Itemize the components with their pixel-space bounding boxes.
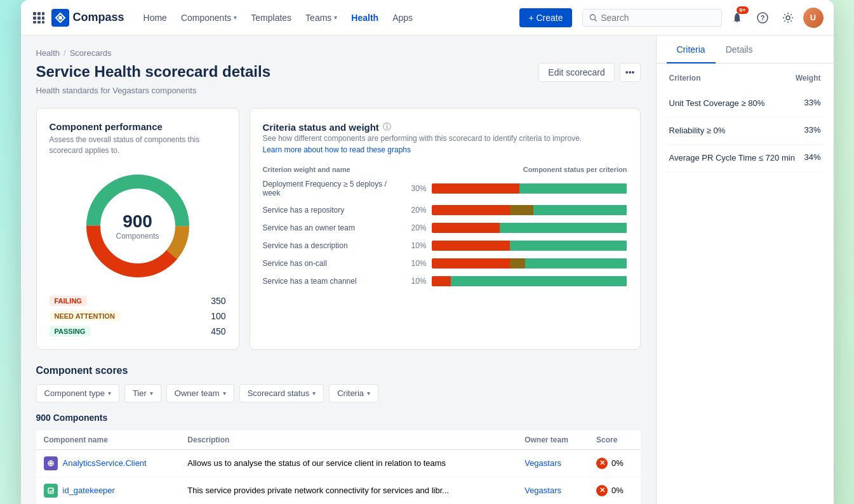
more-options-button[interactable]: ••• (620, 63, 641, 82)
team-link-row1[interactable]: Vegastars (524, 458, 561, 468)
logo[interactable]: Compass (51, 9, 124, 27)
criteria-learn-more-link[interactable]: Learn more about how to read these graph… (263, 145, 411, 154)
navbar: Compass Home Components ▾ Templates Team… (21, 0, 834, 36)
info-icon[interactable]: ⓘ (383, 121, 391, 133)
col-criterion-label: Criterion (669, 74, 701, 83)
bar-red-1 (432, 205, 510, 215)
perf-card-title: Component performance (50, 121, 226, 132)
bar-brown-1 (510, 205, 533, 215)
gear-icon (782, 12, 794, 23)
bar-label-5: Service has a team channel (263, 277, 403, 286)
nav-health[interactable]: Health (345, 9, 385, 27)
bar-brown-4 (510, 258, 526, 269)
help-button[interactable]: ? (752, 8, 773, 28)
bar-row-2: Service has an owner team 20% (263, 223, 627, 233)
row1-name-cell: AnalyticsService.Client (36, 449, 180, 477)
row2-desc: This service provides private network co… (180, 477, 517, 504)
table-header-row: Component name Description Owner team Sc… (36, 430, 641, 450)
comp-icon-row2 (44, 484, 58, 498)
passing-badge: PASSING (50, 326, 91, 336)
main-content: Health / Scorecards Service Health score… (21, 36, 656, 504)
right-panel: Criteria Details Criterion Weight Unit T… (656, 36, 834, 504)
bar-label-0: Deployment Frequency ≥ 5 deploys / week (263, 180, 403, 197)
col-owner-team: Owner team (517, 430, 589, 450)
search-container[interactable] (582, 9, 722, 27)
legend-attention: NEED ATTENTION 100 (50, 311, 226, 321)
performance-card: Component performance Assess the overall… (36, 108, 239, 350)
filter-owner-team[interactable]: Owner team ▾ (166, 384, 234, 402)
components-count: 900 Components (36, 413, 641, 423)
create-button[interactable]: + Create (519, 8, 571, 27)
criterion-weight-1: 33% (804, 125, 820, 135)
svg-rect-3 (33, 17, 36, 20)
bar-row-1: Service has a repository 20% (263, 205, 627, 215)
criterion-row-1: Reliability ≥ 0% 33% (667, 117, 824, 145)
breadcrumb: Health / Scorecards (36, 48, 641, 58)
nav-templates[interactable]: Templates (244, 9, 298, 27)
nav-teams[interactable]: Teams ▾ (299, 9, 344, 27)
team-link-row2[interactable]: Vegastars (524, 486, 561, 495)
criteria-status-card: Criteria status and weight ⓘ See how dif… (250, 108, 641, 350)
criterion-name-0: Unit Test Coverage ≥ 80% (669, 98, 797, 109)
perf-card-subtitle: Assess the overall status of components … (50, 135, 226, 156)
bar-row-3: Service has a description 10% (263, 241, 627, 251)
nav-right: 9+ ? U (582, 8, 824, 28)
criteria-caret: ▾ (367, 390, 370, 397)
nav-apps[interactable]: Apps (386, 9, 419, 27)
filter-criteria[interactable]: Criteria ▾ (329, 384, 378, 402)
criterion-weight-0: 33% (804, 98, 820, 107)
nav-home[interactable]: Home (137, 9, 173, 27)
comp-link-row2[interactable]: id_gatekeeper (63, 486, 115, 495)
legend-passing: PASSING 450 (50, 326, 226, 336)
bar-red-0 (432, 183, 520, 194)
filter-row: Component type ▾ Tier ▾ Owner team ▾ Sco… (36, 384, 641, 402)
edit-scorecard-button[interactable]: Edit scorecard (538, 63, 614, 82)
svg-rect-4 (37, 17, 41, 20)
nav-components[interactable]: Components ▾ (175, 9, 243, 27)
bar-label-1: Service has a repository (263, 206, 403, 215)
breadcrumb-health[interactable]: Health (36, 48, 60, 58)
filter-component-type[interactable]: Component type ▾ (36, 384, 119, 402)
tab-criteria[interactable]: Criteria (667, 36, 716, 63)
bar-red-4 (432, 258, 510, 269)
owner-team-caret: ▾ (223, 390, 226, 397)
avatar[interactable]: U (803, 8, 824, 28)
score-icon-row1: ✕ (596, 458, 608, 469)
filter-tier[interactable]: Tier ▾ (124, 384, 161, 402)
bar-track-4 (432, 258, 627, 269)
section-title: Component scores (36, 365, 641, 376)
filter-scorecard-status[interactable]: Scorecard status ▾ (239, 384, 324, 402)
criterion-row-2: Average PR Cycle Time ≤ 720 min 34% (667, 145, 824, 172)
page-subtitle: Health standards for Vegastars component… (36, 86, 641, 95)
score-cell-row2: ✕ 0% (596, 485, 632, 496)
tab-details[interactable]: Details (716, 36, 763, 63)
donut-center: 900 Components (116, 211, 159, 241)
passing-count: 450 (211, 326, 225, 336)
comp-name-row1: AnalyticsService.Client (44, 456, 173, 470)
row2-name-cell: id_gatekeeper (36, 477, 180, 504)
nav-links: Home Components ▾ Templates Teams ▾ Heal… (137, 9, 517, 27)
bar-track-2 (432, 223, 627, 233)
settings-button[interactable] (778, 8, 798, 28)
header-left: Service Health scorecard details (36, 63, 271, 81)
criterion-weight-2: 34% (804, 152, 820, 162)
search-input[interactable] (601, 13, 714, 23)
table-row: id_gatekeeper This service provides priv… (36, 477, 641, 504)
bar-red-3 (432, 241, 510, 251)
notification-button[interactable]: 9+ (727, 8, 747, 28)
bar-pct-1: 20% (408, 206, 427, 215)
grid-icon[interactable] (31, 10, 46, 25)
svg-rect-7 (37, 21, 41, 23)
bar-label-2: Service has an owner team (263, 223, 403, 232)
col-component-name: Component name (36, 430, 180, 450)
failing-count: 350 (211, 296, 225, 306)
bar-label-4: Service has on-call (263, 259, 403, 268)
row2-team: Vegastars (517, 477, 589, 504)
comp-link-row1[interactable]: AnalyticsService.Client (63, 458, 147, 468)
bar-green-4 (525, 258, 627, 269)
donut-number: 900 (116, 211, 159, 232)
breadcrumb-sep: / (63, 48, 66, 58)
comp-icon-row1 (44, 456, 58, 470)
comp-name-row2: id_gatekeeper (44, 484, 173, 498)
bar-track-3 (432, 241, 627, 251)
